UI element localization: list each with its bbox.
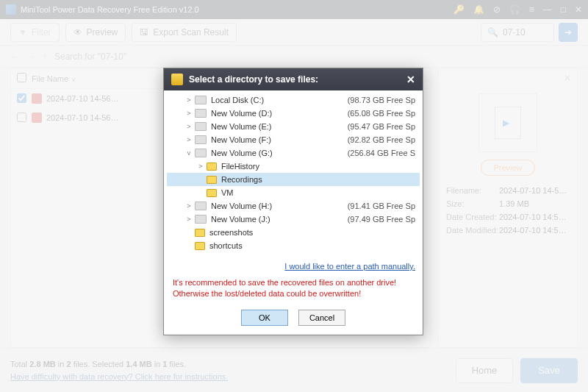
- drive-icon: [195, 122, 207, 131]
- tree-node[interactable]: >New Volume (D:)(65.08 GB Free Sp: [167, 107, 420, 120]
- drive-icon: [195, 149, 207, 157]
- save-directory-dialog: Select a directory to save files: ✕ >Loc…: [163, 68, 423, 335]
- free-space: (98.73 GB Free Sp: [348, 96, 415, 104]
- folder-icon: [207, 176, 217, 184]
- dialog-titlebar: Select a directory to save files: ✕: [164, 68, 423, 90]
- expand-icon[interactable]: v: [184, 149, 193, 157]
- drive-icon: [195, 96, 207, 104]
- tree-node[interactable]: >New Volume (E:)(95.47 GB Free Sp: [167, 120, 420, 133]
- expand-icon[interactable]: >: [184, 96, 193, 104]
- warning-text: It's recommended to save the recovered f…: [164, 276, 423, 305]
- free-space: (65.08 GB Free Sp: [348, 109, 415, 118]
- free-space: (97.49 GB Free Sp: [348, 215, 415, 224]
- folder-icon: [171, 74, 183, 85]
- directory-tree[interactable]: >Local Disk (C:)(98.73 GB Free Sp>New Vo…: [164, 90, 423, 258]
- expand-icon[interactable]: >: [184, 202, 193, 210]
- tree-label: New Volume (G:): [211, 149, 348, 157]
- tree-node[interactable]: >New Volume (J:)(97.49 GB Free Sp: [167, 213, 420, 226]
- expand-icon[interactable]: >: [196, 163, 205, 170]
- tree-node[interactable]: shortcuts: [167, 239, 420, 252]
- tree-label: Recordings: [221, 175, 415, 184]
- tree-label: VM: [221, 188, 415, 197]
- folder-icon: [207, 163, 217, 171]
- tree-label: New Volume (H:): [211, 202, 348, 210]
- expand-icon[interactable]: >: [184, 215, 193, 223]
- tree-label: screenshots: [209, 228, 415, 237]
- folder-icon: [207, 189, 217, 197]
- manual-path-link[interactable]: I would like to enter a path manually.: [284, 262, 415, 271]
- tree-node[interactable]: screenshots: [167, 226, 420, 239]
- tree-label: New Volume (E:): [211, 122, 348, 131]
- drive-icon: [195, 215, 207, 224]
- expand-icon[interactable]: >: [184, 136, 193, 143]
- folder-icon: [195, 242, 205, 250]
- expand-icon[interactable]: >: [184, 123, 193, 130]
- free-space: (256.84 GB Free S: [348, 149, 415, 157]
- tree-label: New Volume (D:): [211, 109, 348, 118]
- dialog-close-icon[interactable]: ✕: [406, 74, 415, 85]
- tree-label: New Volume (F:): [211, 135, 348, 144]
- tree-node[interactable]: Recordings: [167, 173, 420, 186]
- tree-node[interactable]: >Local Disk (C:)(98.73 GB Free Sp: [167, 93, 420, 107]
- tree-label: shortcuts: [209, 241, 415, 250]
- free-space: (92.82 GB Free Sp: [348, 135, 415, 144]
- cancel-button[interactable]: Cancel: [298, 310, 345, 326]
- tree-node[interactable]: >New Volume (F:)(92.82 GB Free Sp: [167, 133, 420, 146]
- drive-icon: [195, 109, 207, 118]
- tree-node[interactable]: >FileHistory: [167, 160, 420, 173]
- ok-button[interactable]: OK: [241, 310, 288, 326]
- free-space: (91.41 GB Free Sp: [348, 202, 415, 210]
- tree-node[interactable]: vNew Volume (G:)(256.84 GB Free S: [167, 146, 420, 160]
- tree-label: FileHistory: [221, 162, 415, 171]
- tree-node[interactable]: VM: [167, 186, 420, 199]
- tree-label: Local Disk (C:): [211, 96, 348, 104]
- free-space: (95.47 GB Free Sp: [348, 122, 415, 131]
- drive-icon: [195, 135, 207, 144]
- tree-label: New Volume (J:): [211, 215, 348, 224]
- folder-icon: [195, 229, 205, 237]
- drive-icon: [195, 202, 207, 210]
- expand-icon[interactable]: >: [184, 110, 193, 117]
- tree-node[interactable]: >New Volume (H:)(91.41 GB Free Sp: [167, 199, 420, 213]
